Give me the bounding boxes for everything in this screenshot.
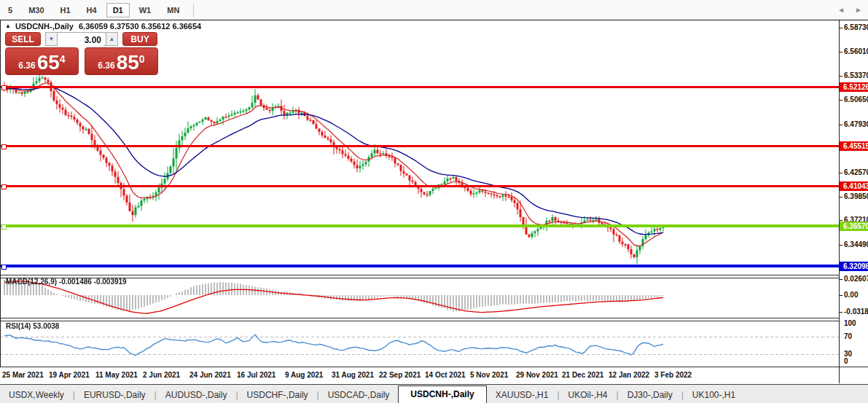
chart-title: USDCNH-,Daily <box>15 22 74 31</box>
rsi-pane-canvas[interactable] <box>0 320 839 367</box>
volume-decrease-button[interactable]: ▼ <box>45 32 58 46</box>
price-level-label: 6.52126 <box>840 82 868 92</box>
tab-eurusd-daily[interactable]: EURUSD-,Daily <box>75 387 155 403</box>
macd-tick-label: 0.00 <box>844 291 858 299</box>
buy-price-prefix: 6.36 <box>98 60 114 71</box>
date-label: 11 May 2021 <box>95 371 138 379</box>
volume-input[interactable] <box>58 34 103 46</box>
buy-button[interactable]: BUY <box>122 32 157 46</box>
pane-separator[interactable] <box>0 275 868 278</box>
axis-tick-mark <box>840 279 842 280</box>
date-label: 14 Oct 2021 <box>425 371 466 379</box>
axis-tick-mark <box>840 173 842 173</box>
date-label: 16 Jul 2021 <box>237 371 275 379</box>
macd-tick-label: 0.02607 <box>844 275 868 283</box>
timeframe-button-d1[interactable]: D1 <box>106 3 130 17</box>
tab-audusd-daily[interactable]: AUDUSD-,Daily <box>157 387 236 403</box>
tab-usdcnh-daily[interactable]: USDCNH-,Daily <box>398 386 486 403</box>
date-label: 2 Jun 2021 <box>143 371 180 379</box>
price-tick-label: 6.53370 <box>844 71 868 79</box>
price-level-label: 6.45515 <box>840 141 868 151</box>
level-drag-handle[interactable] <box>1 184 7 189</box>
date-label: 25 Mar 2021 <box>2 371 44 379</box>
axis-tick-mark <box>840 245 842 246</box>
buy-price-pip: 0 <box>139 53 145 65</box>
price-level-line-6.32098[interactable] <box>1 265 839 267</box>
toolbar-separator <box>193 4 194 17</box>
timeframe-button-h1[interactable]: H1 <box>54 3 77 17</box>
date-label: 19 Apr 2021 <box>49 371 90 379</box>
ohlc-values: 6.36059 6.37530 6.35612 6.36654 <box>79 22 201 31</box>
chart-header: ▲ USDCNH-,Daily 6.36059 6.37530 6.35612 … <box>5 21 201 31</box>
date-label: 12 Jan 2022 <box>609 371 649 379</box>
tab-scroll-right-icon[interactable]: ► <box>855 6 862 14</box>
tab-dj30-daily[interactable]: DJ30-,Daily <box>619 387 681 403</box>
price-tick-label: 6.50650 <box>844 95 868 103</box>
price-tick-label: 6.34490 <box>844 240 868 249</box>
price-axis[interactable]: 6.521266.455156.410436.365706.320986.587… <box>840 20 868 367</box>
date-axis[interactable]: 25 Mar 202119 Apr 202111 May 20212 Jun 2… <box>0 367 839 383</box>
axis-tick-mark <box>840 125 842 125</box>
tab-scroll-controls: ◄ ► <box>837 6 862 14</box>
tab-ukoil-h4[interactable]: UKOil-,H4 <box>560 387 617 403</box>
rsi-tick-label: 0 <box>844 357 848 365</box>
level-drag-handle[interactable] <box>1 144 7 149</box>
timeframe-button-w1[interactable]: W1 <box>133 3 158 17</box>
tab-usdx-weekly[interactable]: USDX,Weekly <box>0 387 73 403</box>
timeframe-button-mn[interactable]: MN <box>160 3 186 17</box>
macd-tick-label: -0.031872 <box>844 308 868 316</box>
date-label: 31 Aug 2021 <box>332 371 374 379</box>
chart-tabs-bar: USDX,Weekly|EURUSD-,Daily|AUDUSD-,Daily|… <box>0 384 868 403</box>
price-tick-label: 6.39850 <box>844 192 868 200</box>
price-level-label: 6.41043 <box>840 181 868 191</box>
sell-price-box[interactable]: 6.36 65 4 <box>5 47 79 75</box>
axis-tick-mark <box>840 52 842 52</box>
axis-tick-mark <box>840 220 842 221</box>
price-level-line-6.41043[interactable] <box>1 185 839 187</box>
price-level-label: 6.36570 <box>840 222 868 231</box>
date-label: 29 Nov 2021 <box>516 371 558 379</box>
volume-increase-button[interactable]: ▲ <box>106 32 118 46</box>
price-level-label: 6.32098 <box>840 262 868 271</box>
date-label: 3 Feb 2022 <box>654 371 692 379</box>
timeframe-button-m30[interactable]: M30 <box>22 3 50 17</box>
axis-tick-mark <box>840 100 842 101</box>
sell-price-big: 65 <box>37 52 60 74</box>
price-tick-label: 6.58730 <box>844 23 868 31</box>
price-level-line-6.45515[interactable] <box>1 145 839 147</box>
axis-tick-mark <box>840 76 842 77</box>
volume-field <box>58 32 106 46</box>
pane-separator[interactable] <box>0 318 868 321</box>
axis-tick-mark <box>840 295 842 296</box>
buy-price-box[interactable]: 6.36 85 0 <box>85 47 158 75</box>
tab-usdcad-daily[interactable]: USDCAD-,Daily <box>319 387 399 403</box>
date-label: 21 Dec 2021 <box>562 371 603 379</box>
trade-panel: SELL ▼ ▲ BUY 6.36 65 4 6.36 85 0 <box>5 32 158 75</box>
tab-uk100-h1[interactable]: UK100-,H1 <box>684 387 744 403</box>
level-drag-handle[interactable] <box>1 224 7 230</box>
price-tick-label: 6.47930 <box>844 120 868 128</box>
timeframe-button-5[interactable]: 5 <box>1 3 19 17</box>
rsi-tick-label: 100 <box>844 319 856 327</box>
sell-price-pip: 4 <box>60 53 66 65</box>
price-tick-label: 6.56010 <box>844 47 868 55</box>
timeframe-toolbar: 5M30H1H4D1W1MN <box>0 0 868 20</box>
rsi-tick-label: 70 <box>844 332 852 340</box>
collapse-panel-icon[interactable]: ▲ <box>5 23 11 30</box>
terminal-window: 5M30H1H4D1W1MN ▲ USDCNH-,Daily 6.36059 6… <box>0 0 868 403</box>
tab-usdchf-daily[interactable]: USDCHF-,Daily <box>238 387 317 403</box>
level-drag-handle[interactable] <box>1 265 7 270</box>
level-drag-handle[interactable] <box>1 85 7 90</box>
chart-left-border <box>0 20 1 383</box>
sell-button[interactable]: SELL <box>5 32 41 46</box>
price-level-line-6.52126[interactable] <box>1 86 839 88</box>
date-label: 22 Sep 2021 <box>379 371 421 379</box>
axis-tick-mark <box>840 197 842 197</box>
price-level-line-6.36570[interactable] <box>1 224 839 227</box>
date-label: 9 Aug 2021 <box>285 371 323 379</box>
tab-scroll-left-icon[interactable]: ◄ <box>837 6 845 14</box>
tab-xauusd-h1[interactable]: XAUUSD-,H1 <box>487 387 558 403</box>
timeframe-button-h4[interactable]: H4 <box>80 3 103 17</box>
date-label: 5 Nov 2021 <box>470 371 508 379</box>
rsi-label: RSI(14) 53.0038 <box>6 322 59 330</box>
